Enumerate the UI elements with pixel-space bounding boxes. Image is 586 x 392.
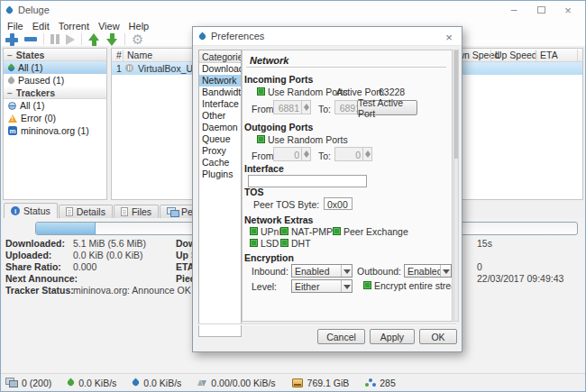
outgoing-from-spinner[interactable]: 0 bbox=[273, 147, 311, 161]
incoming-from-spinner[interactable]: 6881 bbox=[273, 100, 311, 114]
cancel-button[interactable]: Cancel bbox=[317, 329, 365, 344]
all-states-icon bbox=[7, 63, 16, 72]
category-downloads[interactable]: Downloads bbox=[199, 63, 241, 75]
categories-list: Categories Downloads Network Bandwidth I… bbox=[198, 50, 242, 337]
interface-input[interactable] bbox=[248, 175, 367, 187]
add-torrent-icon[interactable] bbox=[5, 33, 18, 46]
outgoing-to-spinner[interactable]: 0 bbox=[334, 147, 372, 161]
trackers-group-header[interactable]: Trackers bbox=[4, 87, 106, 99]
category-proxy[interactable]: Proxy bbox=[199, 145, 241, 157]
dht-icon bbox=[365, 378, 375, 387]
spinner-arrows-icon[interactable] bbox=[301, 148, 310, 160]
chevron-down-icon[interactable] bbox=[341, 265, 352, 277]
menu-file[interactable]: File bbox=[3, 21, 28, 32]
queue-up-icon[interactable] bbox=[88, 33, 100, 46]
page-scrollbar[interactable] bbox=[453, 50, 459, 322]
menu-help[interactable]: Help bbox=[124, 21, 154, 32]
file-icon bbox=[121, 207, 128, 216]
upload-speed-value: 0.0 KiB/s bbox=[143, 378, 181, 388]
menu-edit[interactable]: Edit bbox=[28, 21, 54, 32]
category-other[interactable]: Other bbox=[199, 110, 241, 122]
sidebar-item-error[interactable]: Error (0) bbox=[4, 112, 106, 124]
titlebar[interactable]: Deluge bbox=[1, 1, 585, 19]
states-group-header[interactable]: States bbox=[4, 49, 106, 61]
interface-header: Interface bbox=[244, 163, 284, 174]
tab-status-label: Status bbox=[23, 205, 50, 216]
upload-speed-icon[interactable] bbox=[132, 378, 141, 387]
spinner-arrows-icon[interactable] bbox=[301, 101, 310, 114]
tab-status[interactable]: Status bbox=[4, 203, 58, 218]
category-cache[interactable]: Cache bbox=[199, 157, 241, 169]
torrent-paused-state-icon bbox=[125, 64, 133, 72]
ok-button[interactable]: OK bbox=[419, 329, 457, 344]
dialog-separator bbox=[198, 324, 456, 325]
category-plugins[interactable]: Plugins bbox=[199, 169, 241, 180]
tab-details[interactable]: Details bbox=[59, 205, 113, 218]
inbound-select[interactable]: Enabled bbox=[291, 264, 353, 278]
dht-label[interactable]: DHT bbox=[291, 238, 311, 249]
preferences-dialog: Preferences Categories Downloads Network… bbox=[192, 26, 462, 352]
outgoing-from-value: 0 bbox=[274, 148, 301, 160]
sidebar-item-all-states[interactable]: All (1) bbox=[4, 61, 106, 74]
scrollbar-thumb[interactable] bbox=[454, 50, 458, 159]
apply-button[interactable]: Apply bbox=[370, 329, 415, 344]
queue-down-icon[interactable] bbox=[106, 33, 118, 46]
sidebar-item-mininova[interactable]: mininova.org (1) bbox=[4, 124, 106, 137]
pause-icon[interactable] bbox=[50, 34, 60, 44]
lsd-checkbox[interactable] bbox=[250, 239, 258, 247]
natpmp-label[interactable]: NAT-PMP bbox=[291, 226, 333, 237]
minimize-button[interactable] bbox=[500, 1, 527, 19]
outbound-select[interactable]: Enabled bbox=[404, 264, 452, 278]
peer-exchange-checkbox[interactable] bbox=[333, 227, 341, 235]
sidebar-item-paused[interactable]: Paused (1) bbox=[4, 74, 106, 87]
downloaded-value: 5.1 MiB (5.6 MiB) bbox=[73, 238, 146, 249]
collapse-icon[interactable] bbox=[7, 50, 13, 60]
dht-checkbox[interactable] bbox=[280, 239, 288, 247]
active-time-value: 15s bbox=[477, 238, 492, 249]
preferences-icon[interactable] bbox=[132, 33, 143, 46]
dialog-close-button[interactable] bbox=[442, 30, 456, 44]
peer-exchange-label[interactable]: Peer Exchange bbox=[343, 226, 408, 237]
collapse-icon[interactable] bbox=[7, 87, 13, 98]
level-select[interactable]: Either bbox=[291, 279, 353, 293]
column-eta[interactable]: ETA bbox=[540, 50, 558, 60]
category-queue[interactable]: Queue bbox=[199, 133, 241, 145]
column-separator bbox=[536, 50, 536, 61]
encrypt-stream-checkbox[interactable] bbox=[363, 281, 371, 289]
lsd-label[interactable]: LSD bbox=[261, 238, 279, 249]
sidebar-item-all-trackers[interactable]: All (1) bbox=[4, 99, 106, 112]
use-random-ports-checkbox[interactable] bbox=[257, 87, 265, 96]
chevron-down-icon[interactable] bbox=[440, 265, 451, 277]
category-bandwidth[interactable]: Bandwidth bbox=[199, 87, 241, 98]
download-speed-icon[interactable] bbox=[67, 378, 76, 387]
test-active-port-button[interactable]: Test Active Port bbox=[357, 100, 417, 115]
dialog-titlebar[interactable]: Preferences bbox=[193, 27, 462, 46]
torrent-row-number: 1 bbox=[116, 63, 122, 74]
chevron-down-icon[interactable] bbox=[341, 280, 352, 292]
deluge-logo-icon bbox=[5, 5, 14, 14]
peer-tos-byte-label: Peer TOS Byte: bbox=[253, 199, 319, 210]
remove-torrent-icon[interactable] bbox=[24, 37, 37, 41]
category-network[interactable]: Network bbox=[199, 75, 241, 87]
menu-view[interactable]: View bbox=[94, 21, 124, 32]
connections-icon[interactable] bbox=[5, 378, 17, 387]
network-settings-page: Network Incoming Ports Use Random Ports … bbox=[242, 50, 453, 322]
natpmp-checkbox[interactable] bbox=[280, 227, 288, 235]
column-number[interactable]: # bbox=[116, 50, 122, 60]
category-interface[interactable]: Interface bbox=[199, 98, 241, 110]
column-name[interactable]: Name bbox=[127, 50, 152, 60]
upnp-checkbox[interactable] bbox=[250, 227, 258, 235]
maximize-button[interactable] bbox=[527, 1, 554, 19]
free-space-value: 769.1 GiB bbox=[307, 378, 350, 388]
category-daemon[interactable]: Daemon bbox=[199, 122, 241, 133]
peer-tos-byte-input[interactable]: 0x00 bbox=[324, 197, 353, 210]
resume-icon[interactable] bbox=[66, 34, 75, 45]
close-button[interactable] bbox=[554, 1, 581, 19]
spinner-arrows-icon[interactable] bbox=[362, 148, 371, 160]
outgoing-random-label[interactable]: Use Random Ports bbox=[268, 134, 348, 145]
tab-files[interactable]: Files bbox=[114, 205, 159, 218]
outgoing-random-checkbox[interactable] bbox=[257, 135, 265, 143]
column-up-speed[interactable]: Up Speed bbox=[495, 50, 537, 60]
menu-torrent[interactable]: Torrent bbox=[54, 21, 94, 32]
encrypt-stream-label[interactable]: Encrypt entire stream bbox=[374, 280, 453, 291]
